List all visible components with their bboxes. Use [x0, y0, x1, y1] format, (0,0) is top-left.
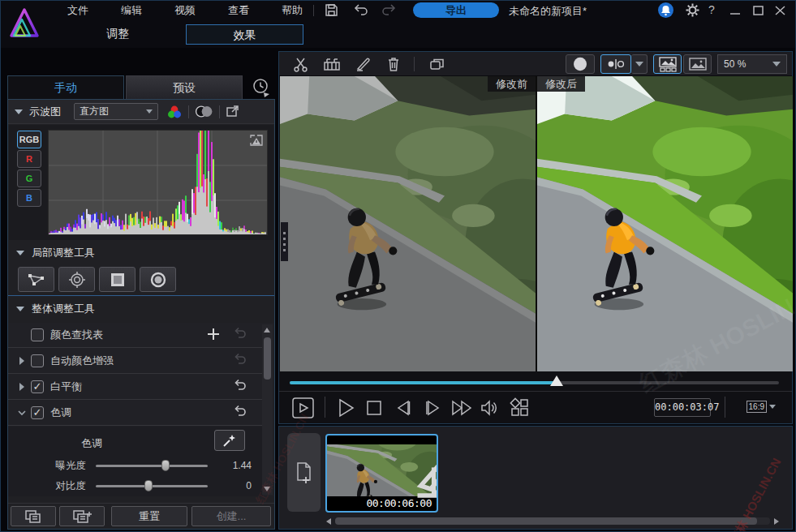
white-balance-checkbox[interactable] — [31, 380, 44, 393]
play-in-window-button[interactable] — [292, 397, 314, 418]
undo-icon[interactable] — [232, 405, 247, 419]
reset-button[interactable]: 重置 — [111, 506, 187, 526]
color-lut-checkbox[interactable] — [31, 328, 44, 341]
help-icon[interactable]: ? — [708, 3, 715, 16]
rgb-channels-icon[interactable] — [166, 105, 183, 119]
collapse-caret-icon[interactable] — [15, 109, 23, 114]
circle-mask-tool-button[interactable] — [140, 267, 176, 292]
add-lut-icon[interactable] — [206, 327, 221, 341]
channel-red-button[interactable]: R — [17, 150, 41, 168]
compare-dropdown-button[interactable] — [631, 54, 648, 74]
polygon-mask-tool-button[interactable] — [18, 267, 54, 292]
auto-tone-wand-button[interactable] — [214, 430, 245, 451]
save-icon[interactable] — [325, 3, 341, 18]
row-tone[interactable]: 色调 — [8, 401, 263, 426]
menu-file[interactable]: 文件 — [51, 3, 105, 18]
close-button[interactable] — [772, 4, 787, 17]
channel-blue-button[interactable]: B — [17, 189, 41, 207]
collapse-chevron-icon[interactable] — [18, 410, 26, 416]
seek-bar[interactable] — [279, 375, 792, 389]
row-label: 颜色查找表 — [50, 328, 103, 342]
next-frame-button[interactable] — [422, 397, 443, 418]
export-button[interactable]: 导出 — [413, 2, 499, 18]
scene-detect-icon[interactable] — [323, 56, 341, 72]
timeline-clip[interactable]: 00:00:06:00 — [325, 434, 438, 513]
row-auto-color[interactable]: 自动颜色增强 — [8, 349, 263, 374]
seek-thumb[interactable] — [550, 375, 563, 386]
tab-effects[interactable]: 效果 — [186, 24, 303, 45]
scroll-left-arrow[interactable] — [326, 518, 331, 525]
row-white-balance[interactable]: 白平衡 — [8, 375, 263, 400]
contrast-slider[interactable] — [96, 485, 208, 487]
previous-frame-button[interactable] — [393, 397, 414, 418]
volume-button[interactable] — [479, 397, 500, 418]
tone-checkbox[interactable] — [31, 406, 44, 419]
global-tools-header[interactable]: 整体调整工具 — [8, 297, 274, 321]
expand-chevron-icon[interactable] — [19, 383, 24, 391]
horizontal-scrollbar[interactable] — [325, 517, 781, 526]
menu-view[interactable]: 查看 — [212, 3, 265, 18]
view-with-filmstrip-button[interactable] — [653, 54, 682, 74]
stop-button[interactable] — [365, 400, 383, 416]
scrollbar-thumb[interactable] — [335, 517, 757, 525]
expand-chevron-icon[interactable] — [19, 357, 24, 365]
vertical-scrollbar[interactable] — [262, 324, 273, 495]
notification-bell-icon[interactable] — [658, 2, 673, 18]
settings-gear-icon[interactable] — [685, 2, 700, 18]
after-pane[interactable] — [537, 76, 793, 371]
create-button[interactable]: 创建... — [191, 506, 271, 526]
undo-icon[interactable] — [232, 379, 247, 393]
menu-edit[interactable]: 编辑 — [105, 3, 158, 18]
aspect-ratio-selector[interactable]: 16:9 — [747, 401, 776, 413]
scope-mode-dropdown[interactable]: 直方图 — [74, 103, 158, 120]
scroll-right-arrow[interactable] — [774, 518, 779, 525]
menu-help[interactable]: 帮助 — [265, 3, 319, 18]
fast-forward-button[interactable] — [450, 397, 474, 418]
maximize-button[interactable] — [751, 4, 765, 17]
exposure-slider[interactable] — [96, 465, 208, 467]
mask-circle-button[interactable] — [566, 54, 595, 74]
scope-section-header[interactable]: 示波图 直方图 — [8, 100, 274, 124]
history-clock-icon[interactable] — [251, 77, 272, 98]
minimize-button[interactable] — [728, 4, 742, 17]
scrollbar-thumb[interactable] — [264, 337, 271, 380]
seek-track[interactable] — [290, 381, 779, 384]
slider-thumb[interactable] — [161, 460, 170, 471]
menu-video[interactable]: 视频 — [158, 3, 212, 18]
redo-icon[interactable] — [381, 3, 397, 18]
pen-tool-icon[interactable] — [355, 56, 372, 72]
popout-icon[interactable] — [226, 105, 239, 118]
zoom-level-dropdown[interactable]: 50 % — [717, 54, 787, 74]
slider-thumb[interactable] — [144, 480, 153, 491]
channel-rgb-button[interactable]: RGB — [17, 131, 41, 148]
duplicate-icon[interactable] — [428, 57, 446, 71]
tab-manual[interactable]: 手动 — [7, 75, 124, 100]
local-tools-header[interactable]: 局部调整工具 — [8, 241, 274, 265]
tab-adjust[interactable]: 调整 — [85, 27, 150, 41]
delete-trash-icon[interactable] — [386, 56, 401, 72]
auto-color-checkbox[interactable] — [31, 354, 44, 367]
play-button[interactable] — [336, 397, 355, 418]
tab-presets[interactable]: 预设 — [126, 75, 243, 100]
paste-attributes-button[interactable] — [59, 506, 105, 526]
scrollbar-track[interactable] — [335, 517, 770, 525]
compare-before-after-button[interactable] — [600, 54, 631, 74]
split-scissors-icon[interactable] — [293, 56, 309, 72]
add-media-button[interactable] — [287, 433, 321, 512]
app-logo — [9, 5, 40, 42]
clipping-warning-icon[interactable] — [249, 134, 264, 147]
copy-attributes-button[interactable] — [11, 506, 56, 526]
channel-green-button[interactable]: G — [17, 169, 41, 187]
produce-grid-button[interactable] — [510, 397, 529, 417]
undo-icon[interactable] — [353, 3, 369, 18]
scroll-up-arrow[interactable] — [264, 328, 270, 332]
before-pane[interactable] — [280, 76, 536, 371]
compare-toggle-icon[interactable] — [195, 105, 213, 118]
scroll-down-arrow[interactable] — [264, 487, 270, 491]
panel-splitter-grip[interactable] — [281, 222, 288, 261]
square-mask-tool-button[interactable] — [99, 267, 136, 292]
local-tools-label: 局部调整工具 — [32, 246, 95, 260]
view-single-button[interactable] — [683, 54, 712, 74]
radial-mask-tool-button[interactable] — [58, 267, 95, 292]
row-color-lut[interactable]: 颜色查找表 — [8, 323, 263, 348]
